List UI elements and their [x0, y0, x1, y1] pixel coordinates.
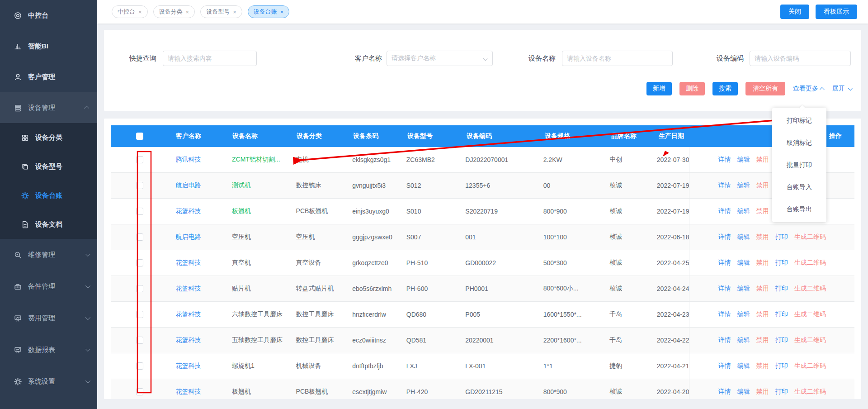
- delete-button[interactable]: 删除: [679, 82, 705, 95]
- add-button[interactable]: 新增: [646, 82, 672, 95]
- row-action-编辑[interactable]: 编辑: [737, 336, 750, 344]
- row-action-禁用[interactable]: 禁用: [756, 259, 769, 267]
- row-action-编辑[interactable]: 编辑: [737, 233, 750, 241]
- sidebar-subitem-document[interactable]: 设备文档: [0, 210, 97, 239]
- tab-设备台账[interactable]: 设备台账×: [248, 5, 290, 18]
- close-icon[interactable]: ×: [186, 9, 189, 15]
- customer-name-link[interactable]: 花篮科技: [176, 362, 201, 369]
- tab-设备型号[interactable]: 设备型号×: [200, 5, 242, 18]
- row-action-详情[interactable]: 详情: [718, 362, 731, 370]
- row-action-生成二维码[interactable]: 生成二维码: [794, 362, 826, 370]
- row-action-生成二维码[interactable]: 生成二维码: [794, 388, 826, 396]
- column-header[interactable]: 设备条码: [346, 132, 400, 140]
- dropdown-item-取消标记[interactable]: 取消标记: [772, 132, 826, 154]
- row-action-禁用[interactable]: 禁用: [756, 388, 769, 396]
- row-action-详情[interactable]: 详情: [718, 336, 731, 344]
- row-checkbox[interactable]: [136, 259, 143, 266]
- row-action-禁用[interactable]: 禁用: [756, 362, 769, 370]
- sidebar-item-customer[interactable]: 客户管理: [0, 62, 97, 92]
- row-action-打印[interactable]: 打印: [775, 362, 788, 370]
- expand-link[interactable]: 展开: [832, 85, 851, 93]
- sidebar-item-repair[interactable]: 维修管理: [0, 239, 97, 271]
- row-checkbox[interactable]: [136, 233, 143, 241]
- customer-name-link[interactable]: 花篮科技: [176, 285, 201, 292]
- close-icon[interactable]: ×: [138, 9, 142, 15]
- sidebar-item-console[interactable]: 中控台: [0, 0, 97, 31]
- tab-中控台[interactable]: 中控台×: [112, 5, 148, 18]
- close-button[interactable]: 关闭: [780, 5, 809, 19]
- customer-name-link[interactable]: 航启电路: [176, 233, 201, 240]
- select-all-checkbox[interactable]: [136, 133, 143, 140]
- column-header[interactable]: 设备分类: [289, 132, 346, 140]
- row-action-编辑[interactable]: 编辑: [737, 362, 750, 370]
- row-action-禁用[interactable]: 禁用: [756, 310, 769, 319]
- sidebar-item-device[interactable]: 设备管理: [0, 92, 97, 123]
- row-action-打印[interactable]: 打印: [775, 336, 788, 344]
- clear-all-button[interactable]: 清空所有: [745, 82, 785, 95]
- row-action-生成二维码[interactable]: 生成二维码: [794, 259, 826, 267]
- customer-name-link[interactable]: 花篮科技: [176, 388, 201, 395]
- search-button[interactable]: 搜索: [712, 82, 738, 95]
- row-action-禁用[interactable]: 禁用: [756, 207, 769, 215]
- device-name-input[interactable]: [562, 51, 673, 66]
- row-action-编辑[interactable]: 编辑: [737, 207, 750, 215]
- close-icon[interactable]: ×: [233, 9, 236, 15]
- row-action-生成二维码[interactable]: 生成二维码: [794, 285, 826, 293]
- sidebar-subitem-grid[interactable]: 设备分类: [0, 123, 97, 152]
- row-action-禁用[interactable]: 禁用: [756, 233, 769, 241]
- column-header[interactable]: 设备编码: [459, 132, 538, 140]
- row-action-编辑[interactable]: 编辑: [737, 156, 750, 164]
- row-action-禁用[interactable]: 禁用: [756, 285, 769, 293]
- quick-search-input[interactable]: [163, 51, 257, 66]
- row-checkbox[interactable]: [136, 285, 143, 292]
- row-action-详情[interactable]: 详情: [718, 310, 731, 319]
- sidebar-item-report-board[interactable]: 数据报表: [0, 334, 97, 366]
- sidebar-subitem-copy[interactable]: 设备型号: [0, 152, 97, 181]
- row-action-详情[interactable]: 详情: [718, 233, 731, 241]
- row-action-打印[interactable]: 打印: [775, 285, 788, 293]
- sidebar-item-cost-board[interactable]: 费用管理: [0, 302, 97, 334]
- row-action-禁用[interactable]: 禁用: [756, 181, 769, 190]
- row-action-禁用[interactable]: 禁用: [756, 156, 769, 164]
- customer-name-link[interactable]: 花篮科技: [176, 207, 201, 214]
- row-checkbox[interactable]: [136, 156, 143, 163]
- customer-name-link[interactable]: 花篮科技: [176, 336, 201, 343]
- row-action-打印[interactable]: 打印: [775, 233, 788, 241]
- sidebar-item-spare[interactable]: 备件管理: [0, 271, 97, 302]
- row-checkbox[interactable]: [136, 362, 143, 370]
- column-header[interactable]: 设备型号: [400, 132, 459, 140]
- close-icon[interactable]: ×: [280, 9, 284, 15]
- row-action-编辑[interactable]: 编辑: [737, 259, 750, 267]
- dropdown-item-台账导出[interactable]: 台账导出: [772, 198, 826, 220]
- row-action-详情[interactable]: 详情: [718, 207, 731, 215]
- row-action-打印[interactable]: 打印: [775, 310, 788, 319]
- column-header[interactable]: 设备规格: [538, 132, 604, 140]
- customer-name-link[interactable]: 航启电路: [176, 181, 201, 189]
- row-action-编辑[interactable]: 编辑: [737, 388, 750, 396]
- row-action-打印[interactable]: 打印: [775, 259, 788, 267]
- row-action-详情[interactable]: 详情: [718, 181, 731, 190]
- row-action-生成二维码[interactable]: 生成二维码: [794, 233, 826, 241]
- view-more-link[interactable]: 查看更多: [793, 85, 825, 93]
- sidebar-item-bi-chart[interactable]: 智能BI: [0, 31, 97, 62]
- sidebar-subitem-gear[interactable]: 设备台账: [0, 181, 97, 210]
- row-action-详情[interactable]: 详情: [718, 259, 731, 267]
- row-checkbox[interactable]: [136, 208, 143, 215]
- dropdown-item-批量打印[interactable]: 批量打印: [772, 154, 826, 176]
- row-action-详情[interactable]: 详情: [718, 156, 731, 164]
- customer-name-link[interactable]: 花篮科技: [176, 310, 201, 318]
- row-action-编辑[interactable]: 编辑: [737, 310, 750, 319]
- row-checkbox[interactable]: [136, 182, 143, 189]
- device-code-input[interactable]: [750, 51, 851, 66]
- dropdown-item-台账导入[interactable]: 台账导入: [772, 176, 826, 198]
- column-header[interactable]: 品牌名称: [604, 132, 651, 140]
- row-action-编辑[interactable]: 编辑: [737, 181, 750, 190]
- row-action-打印[interactable]: 打印: [775, 388, 788, 396]
- sidebar-item-settings[interactable]: 系统设置: [0, 366, 97, 397]
- customer-name-link[interactable]: 花篮科技: [176, 259, 201, 266]
- row-checkbox[interactable]: [136, 311, 143, 318]
- row-checkbox[interactable]: [136, 337, 143, 344]
- customer-name-link[interactable]: 腾讯科技: [176, 156, 201, 163]
- row-checkbox[interactable]: [136, 388, 143, 395]
- row-action-详情[interactable]: 详情: [718, 388, 731, 396]
